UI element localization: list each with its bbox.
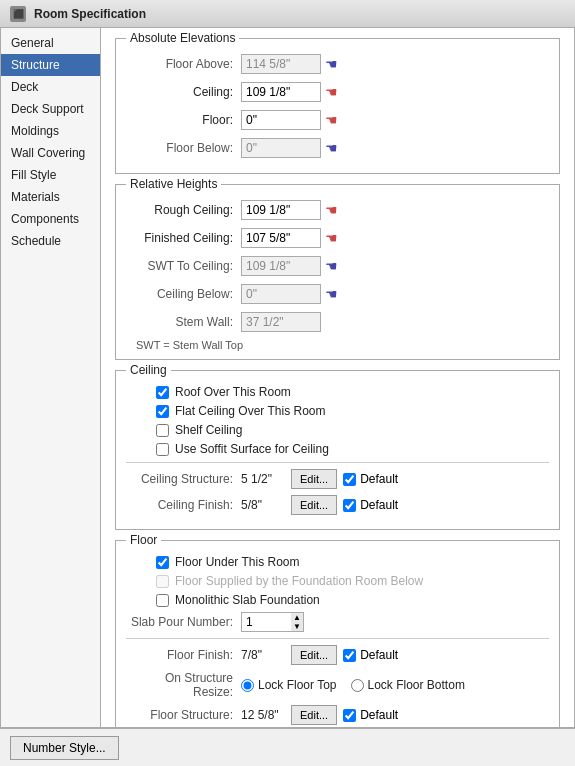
floor-supplied-checkbox[interactable] [156,575,169,588]
dialog-title: Room Specification [34,7,146,21]
sidebar-item-wall-covering[interactable]: Wall Covering [1,142,100,164]
absolute-elevations-content: Floor Above: ☚ Ceiling: ☚ Floo [116,39,559,173]
floor-above-input-group: ☚ [241,54,338,74]
ceiling-structure-default-checkbox[interactable] [343,473,356,486]
floor-structure-edit-button[interactable]: Edit... [291,705,337,725]
rough-ceiling-icon[interactable]: ☚ [325,202,338,218]
floor-under-row: Floor Under This Room [126,555,549,569]
ceiling-finish-default-checkbox[interactable] [343,499,356,512]
finished-ceiling-label: Finished Ceiling: [126,231,241,245]
number-style-button[interactable]: Number Style... [10,736,119,760]
ceiling-section-content: Roof Over This Room Flat Ceiling Over Th… [116,371,559,529]
shelf-ceiling-checkbox[interactable] [156,424,169,437]
ceiling-finish-default-label: Default [360,498,398,512]
mono-slab-checkbox[interactable] [156,594,169,607]
floor-section-title: Floor [126,533,161,547]
floor-structure-row: Floor Structure: 12 5/8" Edit... Default [126,705,549,725]
roof-over-checkbox[interactable] [156,386,169,399]
mono-slab-label: Monolithic Slab Foundation [175,593,320,607]
resize-row: On Structure Resize: Lock Floor Top Lock… [126,671,549,699]
ceiling-section: Ceiling Roof Over This Room Flat Ceiling… [115,370,560,530]
ceiling-abs-icon[interactable]: ☚ [325,84,338,100]
swt-ceiling-input[interactable] [241,256,321,276]
lock-floor-bottom-label: Lock Floor Bottom [351,678,465,692]
floor-section: Floor Floor Under This Room Floor Suppli… [115,540,560,727]
floor-above-input[interactable] [241,54,321,74]
lock-floor-top-radio[interactable] [241,679,254,692]
rough-ceiling-input[interactable] [241,200,321,220]
relative-heights-section: Relative Heights Rough Ceiling: ☚ Finish… [115,184,560,360]
finished-ceiling-input[interactable] [241,228,321,248]
stem-wall-row: Stem Wall: [126,311,549,333]
floor-abs-icon[interactable]: ☚ [325,112,338,128]
slab-pour-arrows: ▲ ▼ [291,612,304,632]
resize-label: On Structure Resize: [126,671,241,699]
soffit-surface-row: Use Soffit Surface for Ceiling [126,442,549,456]
ceiling-structure-row: Ceiling Structure: 5 1/2" Edit... Defaul… [126,469,549,489]
swt-ceiling-row: SWT To Ceiling: ☚ [126,255,549,277]
sidebar-item-fill-style[interactable]: Fill Style [1,164,100,186]
floor-abs-input[interactable] [241,110,321,130]
floor-supplied-row: Floor Supplied by the Foundation Room Be… [126,574,549,588]
floor-abs-row: Floor: ☚ [126,109,549,131]
ceiling-finish-edit-button[interactable]: Edit... [291,495,337,515]
swt-note: SWT = Stem Wall Top [126,339,549,351]
sidebar-item-structure[interactable]: Structure [1,54,100,76]
lock-floor-bottom-radio[interactable] [351,679,364,692]
floor-under-label: Floor Under This Room [175,555,300,569]
sidebar-item-schedule[interactable]: Schedule [1,230,100,252]
floor-finish-edit-button[interactable]: Edit... [291,645,337,665]
sidebar-item-general[interactable]: General [1,32,100,54]
floor-finish-default-checkbox[interactable] [343,649,356,662]
absolute-elevations-title: Absolute Elevations [126,31,239,45]
sidebar-item-moldings[interactable]: Moldings [1,120,100,142]
slab-pour-input[interactable] [241,612,291,632]
slab-pour-down-arrow[interactable]: ▼ [291,622,303,631]
floor-below-label: Floor Below: [126,141,241,155]
ceiling-structure-default-label: Default [360,472,398,486]
content-area: Absolute Elevations Floor Above: ☚ Ceili… [101,28,574,727]
ceiling-finish-default-group: Default [343,498,398,512]
window-icon: ⬛ [10,6,26,22]
floor-abs-input-group: ☚ [241,110,338,130]
soffit-surface-checkbox[interactable] [156,443,169,456]
floor-below-input-group: ☚ [241,138,338,158]
floor-above-icon[interactable]: ☚ [325,56,338,72]
stem-wall-input[interactable] [241,312,321,332]
ceiling-finish-label: Ceiling Finish: [126,498,241,512]
finished-ceiling-icon[interactable]: ☚ [325,230,338,246]
stem-wall-label: Stem Wall: [126,315,241,329]
ceiling-structure-value: 5 1/2" [241,472,291,486]
sidebar-item-materials[interactable]: Materials [1,186,100,208]
sidebar-item-deck[interactable]: Deck [1,76,100,98]
ceiling-below-icon[interactable]: ☚ [325,286,338,302]
sidebar-item-components[interactable]: Components [1,208,100,230]
ceiling-below-input[interactable] [241,284,321,304]
floor-finish-value: 7/8" [241,648,291,662]
floor-below-input[interactable] [241,138,321,158]
ceiling-abs-label: Ceiling: [126,85,241,99]
rough-ceiling-input-group: ☚ [241,200,338,220]
floor-abs-label: Floor: [126,113,241,127]
main-container: GeneralStructureDeckDeck SupportMoldings… [0,28,575,728]
roof-over-row: Roof Over This Room [126,385,549,399]
ceiling-finish-row: Ceiling Finish: 5/8" Edit... Default [126,495,549,515]
shelf-ceiling-row: Shelf Ceiling [126,423,549,437]
ceiling-structure-label: Ceiling Structure: [126,472,241,486]
rough-ceiling-row: Rough Ceiling: ☚ [126,199,549,221]
absolute-elevations-section: Absolute Elevations Floor Above: ☚ Ceili… [115,38,560,174]
floor-finish-row: Floor Finish: 7/8" Edit... Default [126,645,549,665]
slab-pour-up-arrow[interactable]: ▲ [291,613,303,622]
flat-ceiling-checkbox[interactable] [156,405,169,418]
sidebar-item-deck-support[interactable]: Deck Support [1,98,100,120]
swt-ceiling-icon[interactable]: ☚ [325,258,338,274]
floor-under-checkbox[interactable] [156,556,169,569]
ceiling-structure-edit-button[interactable]: Edit... [291,469,337,489]
ceiling-abs-input[interactable] [241,82,321,102]
floor-below-icon[interactable]: ☚ [325,140,338,156]
floor-structure-default-label: Default [360,708,398,722]
floor-structure-default-checkbox[interactable] [343,709,356,722]
floor-finish-default-group: Default [343,648,398,662]
ceiling-below-input-group: ☚ [241,284,338,304]
slab-pour-label: Slab Pour Number: [126,615,241,629]
